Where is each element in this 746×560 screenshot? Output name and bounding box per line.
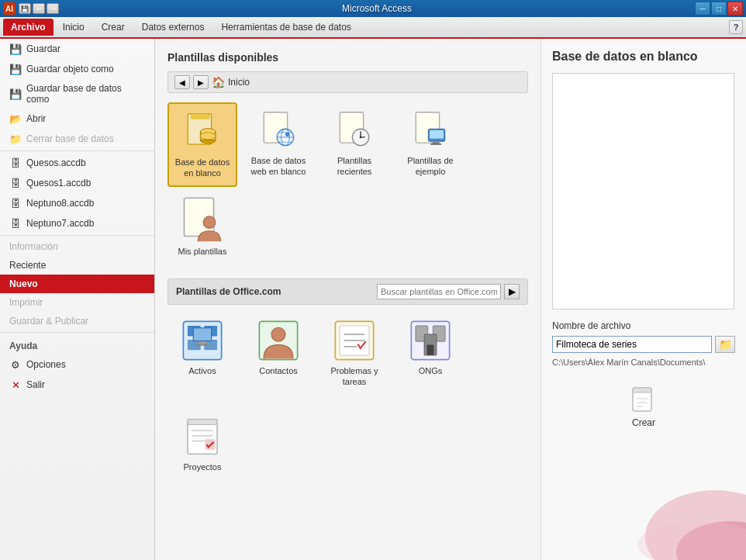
tab-crear[interactable]: Crear: [94, 19, 133, 36]
template-recent[interactable]: Plantillas recientes: [319, 102, 389, 187]
quick-access-toolbar: 💾 ↩ ↪: [19, 3, 59, 14]
main-layout: 💾 Guardar 💾 Guardar objeto como 💾 Guarda…: [0, 39, 746, 560]
file-name-row: 📁: [552, 336, 735, 353]
templates-grid: Base de datos en blanco: [168, 102, 528, 263]
sidebar-item-abrir[interactable]: 📂 Abrir: [0, 109, 154, 129]
sidebar: 💾 Guardar 💾 Guardar objeto como 💾 Guarda…: [0, 39, 155, 560]
activos-label: Activos: [188, 365, 216, 376]
sample-icon: [409, 109, 452, 152]
proyectos-icon: [181, 415, 224, 458]
ongs-icon: [409, 319, 452, 362]
svg-point-17: [360, 137, 362, 139]
sidebar-item-salir[interactable]: ✕ Salir: [0, 375, 154, 395]
folder-browse-button[interactable]: 📁: [715, 336, 735, 353]
ayuda-header: Ayuda: [0, 334, 154, 354]
sidebar-item-quesos1[interactable]: 🗄 Quesos1.accdb: [0, 173, 154, 193]
tab-herramientas[interactable]: Herramientas de base de datos: [213, 19, 358, 36]
sidebar-item-nuevo[interactable]: Nuevo: [0, 275, 154, 293]
decoration: [591, 467, 746, 560]
template-ongs[interactable]: ONGs: [395, 313, 465, 394]
nav-label: Inicio: [228, 77, 250, 88]
save-icon: 💾: [9, 43, 22, 55]
sidebar-divider-3: [0, 332, 154, 333]
right-panel-title: Base de datos en blanco: [552, 50, 735, 64]
web-blank-label: Base de datos web en blanco: [247, 155, 310, 178]
svg-rect-47: [188, 420, 217, 425]
blank-db-label: Base de datos en blanco: [172, 157, 233, 179]
minimize-button[interactable]: ─: [695, 2, 710, 16]
office-section: Plantillas de Office.com ▶: [168, 278, 528, 479]
options-icon: ⚙: [9, 358, 22, 371]
undo-quick-btn[interactable]: ↩: [33, 3, 45, 14]
blank-db-icon: [181, 110, 224, 154]
sidebar-item-neptuno7[interactable]: 🗄 Neptuno7.accdb: [0, 213, 154, 233]
sidebar-item-guardar[interactable]: 💾 Guardar: [0, 39, 154, 59]
create-button[interactable]: Crear: [616, 379, 672, 435]
sidebar-item-neptuno8[interactable]: 🗄 Neptuno8.accdb: [0, 193, 154, 213]
home-icon: 🏠: [212, 76, 225, 88]
sidebar-item-guardar-objeto[interactable]: 💾 Guardar objeto como: [0, 59, 154, 79]
create-btn-container: Crear: [552, 379, 735, 435]
nav-back-btn[interactable]: ◀: [174, 75, 190, 89]
svg-point-57: [645, 490, 746, 560]
content-area: Plantillas disponibles ◀ ▶ 🏠 Inicio: [155, 39, 746, 560]
contactos-icon: [257, 319, 300, 362]
template-web-blank[interactable]: Base de datos web en blanco: [243, 102, 313, 187]
proyectos-label: Proyectos: [184, 461, 222, 472]
db-file-icon-2: 🗄: [9, 177, 22, 189]
search-input[interactable]: [377, 284, 501, 299]
sidebar-item-guardar-publicar: Guardar & Publicar: [0, 312, 154, 330]
template-proyectos[interactable]: Proyectos: [168, 409, 237, 479]
svg-rect-33: [195, 344, 209, 345]
svg-point-5: [200, 133, 216, 140]
help-button[interactable]: ?: [729, 20, 743, 34]
tab-archivo[interactable]: Archivo: [3, 19, 54, 36]
activos-icon: [181, 319, 224, 362]
open-icon: 📂: [9, 112, 22, 125]
template-blank-db[interactable]: Base de datos en blanco: [168, 102, 237, 187]
tab-datos-externos[interactable]: Datos externos: [134, 19, 212, 36]
sidebar-divider-2: [0, 235, 154, 236]
my-templates-icon: [181, 199, 224, 243]
db-file-icon: 🗄: [9, 157, 22, 169]
svg-point-35: [271, 327, 285, 341]
save-quick-btn[interactable]: 💾: [19, 3, 31, 14]
template-sample[interactable]: Plantillas de ejemplo: [395, 102, 465, 187]
web-blank-icon: [257, 109, 300, 152]
svg-rect-22: [430, 130, 444, 139]
create-icon: [630, 386, 658, 414]
svg-rect-45: [427, 344, 434, 354]
template-my[interactable]: Mis plantillas: [168, 193, 237, 263]
more-templates-grid: Proyectos: [168, 409, 528, 479]
svg-rect-20: [433, 141, 440, 143]
sidebar-item-guardar-bd[interactable]: 💾 Guardar base de datos como: [0, 79, 154, 109]
save-db-icon: 💾: [9, 88, 22, 100]
db-file-icon-4: 🗄: [9, 217, 22, 230]
svg-rect-1: [191, 114, 210, 119]
template-problemas[interactable]: Problemas y tareas: [319, 313, 389, 394]
close-db-icon: 📁: [9, 133, 22, 145]
title-bar-left: AI 💾 ↩ ↪: [3, 2, 59, 15]
search-button[interactable]: ▶: [504, 284, 520, 299]
my-templates-label: Mis plantillas: [178, 246, 227, 257]
recent-label: Plantillas recientes: [323, 155, 386, 178]
svg-rect-31: [194, 328, 211, 340]
sidebar-item-imprimir: Imprimir: [0, 293, 154, 312]
template-contactos[interactable]: Contactos: [243, 313, 313, 394]
redo-quick-btn[interactable]: ↪: [47, 3, 59, 14]
restore-button[interactable]: □: [711, 2, 727, 16]
svg-point-24: [203, 216, 216, 229]
tab-inicio[interactable]: Inicio: [55, 19, 92, 36]
save-object-icon: 💾: [9, 63, 22, 75]
close-button[interactable]: ✕: [727, 2, 743, 16]
file-name-input[interactable]: [552, 336, 712, 353]
svg-point-59: [637, 521, 746, 560]
sidebar-item-reciente[interactable]: Reciente: [0, 256, 154, 275]
template-activos[interactable]: Activos: [168, 313, 237, 394]
create-btn-label: Crear: [632, 417, 655, 428]
sidebar-item-opciones[interactable]: ⚙ Opciones: [0, 354, 154, 375]
contactos-label: Contactos: [259, 365, 298, 376]
sidebar-item-quesos[interactable]: 🗄 Quesos.accdb: [0, 153, 154, 173]
nav-forward-btn[interactable]: ▶: [193, 75, 209, 89]
search-box: ▶: [377, 284, 520, 299]
